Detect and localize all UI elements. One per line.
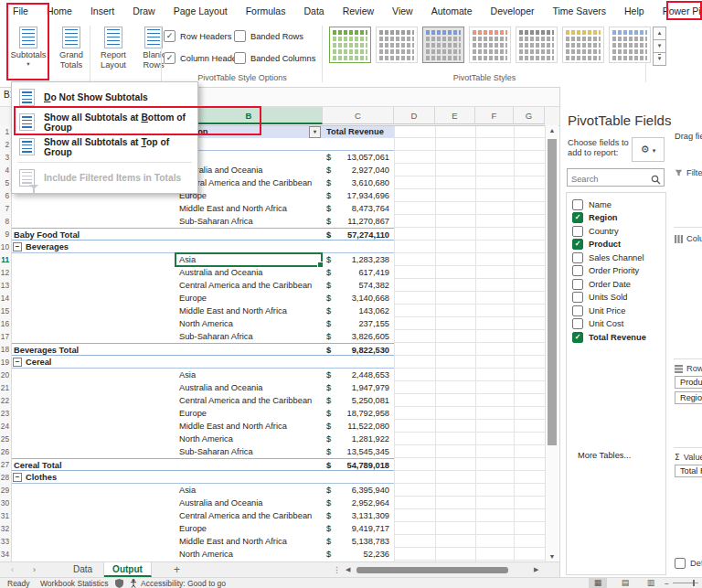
field-item-sales-channel[interactable]: Sales Channel	[572, 251, 644, 263]
workbook-statistics-button[interactable]: Workbook Statistics	[40, 579, 108, 588]
revenue-cell[interactable]: $1,283,238	[323, 253, 394, 266]
region-cell[interactable]: Middle East and North Africa	[176, 202, 323, 215]
column-header-e[interactable]: E	[435, 107, 475, 124]
region-cell[interactable]: Middle East and North Africa	[176, 420, 323, 433]
field-checkbox[interactable]	[572, 226, 583, 237]
tab-automate[interactable]: Automate	[431, 5, 473, 16]
revenue-cell[interactable]: $1,281,922	[323, 433, 394, 445]
region-cell[interactable]: Australia and Oceania	[176, 266, 323, 279]
tab-help[interactable]: Help	[624, 5, 644, 16]
region-cell[interactable]: Europe	[176, 292, 323, 305]
region-cell[interactable]: Asia	[176, 369, 323, 381]
region-cell[interactable]: Central America and the Caribbean	[176, 509, 323, 522]
revenue-cell[interactable]: $6,395,940	[323, 484, 394, 497]
page-break-view-icon[interactable]: ▥	[642, 578, 660, 588]
region-cell[interactable]: North America	[176, 548, 323, 561]
revenue-cell[interactable]: $3,131,309	[323, 509, 394, 522]
menu-item-include-filtered-items-in-totals[interactable]: Include Filtered Items in Totals	[12, 166, 197, 190]
rows-area-chip-region[interactable]: Region	[675, 391, 702, 404]
region-cell[interactable]: Central America and the Caribbean	[176, 279, 323, 292]
revenue-cell[interactable]: $3,140,668	[323, 292, 394, 305]
group-cell[interactable]: −Clothes	[11, 471, 323, 484]
region-cell[interactable]: North America	[176, 433, 323, 445]
field-item-order-priority[interactable]: Order Priority	[572, 265, 639, 277]
total-label-cell[interactable]: Beverages Total	[11, 344, 323, 357]
row-header-23[interactable]: 23	[0, 407, 9, 420]
checkbox-banded-columns[interactable]: Banded Columns	[234, 52, 315, 64]
vertical-scrollbar[interactable]: ▲ ▼	[545, 125, 558, 561]
next-sheet-icon[interactable]: ›	[33, 562, 36, 577]
revenue-header-cell[interactable]: Total Revenue	[323, 125, 394, 138]
gallery-scroll-up-button[interactable]: ▴	[653, 27, 666, 40]
revenue-cell[interactable]: $5,138,783	[323, 535, 394, 548]
tab-view[interactable]: View	[392, 5, 413, 16]
row-header-29[interactable]: 29	[0, 484, 9, 497]
group-cell[interactable]: −Cereal	[11, 356, 323, 369]
row-header-2[interactable]: 2	[0, 138, 9, 151]
sheet-tab-output[interactable]: Output	[104, 562, 152, 577]
group-cell[interactable]: −Beverages	[11, 241, 323, 253]
field-checkbox[interactable]: ✓	[572, 239, 583, 250]
row-header-13[interactable]: 13	[0, 279, 9, 292]
pivot-style-swatch-2[interactable]	[376, 27, 418, 63]
field-item-unit-cost[interactable]: Unit Cost	[572, 318, 623, 330]
tab-developer[interactable]: Developer	[491, 5, 535, 16]
region-cell[interactable]: Europe	[176, 407, 323, 420]
row-header-30[interactable]: 30	[0, 497, 9, 509]
checkbox-banded-rows[interactable]: Banded Rows	[234, 30, 303, 42]
scroll-up-icon[interactable]: ▲	[546, 127, 558, 134]
revenue-cell[interactable]: $3,826,605	[323, 330, 394, 343]
row-header-33[interactable]: 33	[0, 535, 9, 548]
field-checkbox[interactable]	[572, 265, 583, 276]
previous-sheet-icon[interactable]: ‹	[11, 562, 14, 577]
row-header-4[interactable]: 4	[0, 164, 9, 176]
field-checkbox[interactable]	[572, 318, 583, 329]
row-header-31[interactable]: 31	[0, 509, 9, 522]
pivot-style-swatch-6[interactable]	[562, 27, 604, 63]
field-item-product[interactable]: ✓Product	[572, 239, 621, 251]
revenue-cell[interactable]: $13,057,061	[323, 151, 394, 164]
row-header-34[interactable]: 34	[0, 548, 9, 561]
total-label-cell[interactable]: Cereal Total	[11, 459, 323, 472]
row-header-26[interactable]: 26	[0, 445, 9, 458]
row-header-27[interactable]: 27	[0, 458, 9, 471]
row-header-1[interactable]: 1	[0, 125, 9, 138]
revenue-cell[interactable]: $1,947,979	[323, 381, 394, 394]
values-area-chip-total-revenue[interactable]: Total Revenue	[675, 465, 702, 477]
row-header-18[interactable]: 18	[0, 343, 9, 356]
row-header-8[interactable]: 8	[0, 215, 9, 228]
row-header-20[interactable]: 20	[0, 369, 9, 381]
filter-dropdown-icon[interactable]: ▾	[309, 126, 321, 138]
tab-review[interactable]: Review	[343, 5, 374, 16]
revenue-cell[interactable]: $17,934,696	[323, 189, 394, 202]
column-header-d[interactable]: D	[394, 107, 435, 124]
row-header-14[interactable]: 14	[0, 292, 9, 305]
row-header-32[interactable]: 32	[0, 522, 9, 535]
revenue-cell[interactable]: $11,522,080	[323, 420, 394, 433]
tab-time-savers[interactable]: Time Savers	[552, 5, 606, 16]
tab-insert[interactable]: Insert	[90, 5, 114, 16]
region-cell[interactable]: Central America and the Caribbean	[176, 394, 323, 407]
row-header-11[interactable]: 11	[0, 253, 9, 266]
hscroll-left-icon[interactable]: ◀	[346, 562, 350, 577]
tab-data[interactable]: Data	[303, 5, 324, 16]
region-cell[interactable]: Middle East and North Africa	[176, 305, 323, 317]
tab-formulas[interactable]: Formulas	[246, 5, 286, 16]
total-label-cell[interactable]: Baby Food Total	[11, 229, 323, 241]
revenue-cell[interactable]: $57,274,110	[323, 229, 394, 241]
more-options-icon[interactable]: ⋮	[333, 562, 341, 577]
revenue-cell[interactable]: $574,382	[323, 279, 394, 292]
revenue-cell[interactable]: $13,545,345	[323, 445, 394, 458]
revenue-cell[interactable]: $617,419	[323, 266, 394, 279]
region-cell[interactable]: Sub-Saharan Africa	[176, 330, 323, 343]
region-cell[interactable]: Asia	[176, 484, 323, 497]
vertical-scrollbar-thumb[interactable]	[548, 139, 557, 445]
defer-layout-checkbox[interactable]	[675, 558, 686, 569]
row-header-5[interactable]: 5	[0, 176, 9, 189]
collapse-button[interactable]: −	[13, 473, 22, 482]
row-header-7[interactable]: 7	[0, 202, 9, 215]
gallery-more-button[interactable]: ▾	[653, 52, 666, 66]
revenue-cell[interactable]: $9,822,530	[323, 344, 394, 357]
horizontal-scrollbar-thumb[interactable]	[356, 567, 508, 573]
menu-item-show-all-subtotals-at-top-of-group[interactable]: Show all Subtotals at Top of Group	[12, 134, 197, 159]
